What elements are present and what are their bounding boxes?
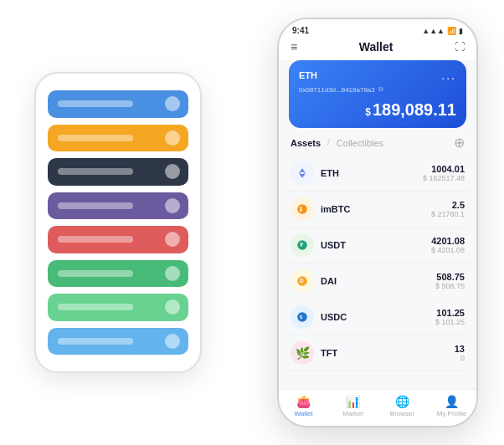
imbtc-icon: ₿ [291, 197, 314, 221]
card-icon [165, 232, 180, 247]
usdc-asset-amount: 101.25 [435, 308, 465, 318]
asset-row-usdt[interactable]: ₮ USDT 4201.08 $ 4201.08 [285, 228, 470, 263]
card-icon [165, 299, 180, 315]
eth-amount: 189,089.11 [373, 100, 456, 119]
asset-name-dai: DAI [321, 276, 435, 286]
browser-nav-icon: 🌐 [395, 395, 409, 408]
eth-asset-amount: 1004.01 [423, 164, 465, 174]
nav-market[interactable]: 📊 Market [328, 395, 378, 417]
card-icon [165, 334, 180, 349]
copy-address-icon[interactable]: ⧉ [378, 85, 383, 94]
assets-header: Assets / Collectibles ⊕ [279, 135, 476, 156]
usdc-icon: $ [291, 305, 314, 329]
card-label [58, 304, 133, 310]
card-icon [165, 266, 180, 281]
asset-name-usdt: USDT [321, 240, 431, 250]
asset-values-imbtc: 2.5 $ 21760.1 [431, 200, 465, 218]
svg-marker-1 [299, 168, 302, 173]
asset-row-dai[interactable]: D DAI 508.75 $ 508.75 [285, 263, 470, 299]
market-nav-icon: 📊 [346, 395, 360, 408]
front-phone: 9:41 ▲▲▲ 📶 ▮ ≡ Wallet ⛶ ETH ... 0x08711d… [277, 18, 478, 427]
eth-card-options[interactable]: ... [441, 69, 456, 82]
eth-wallet-card[interactable]: ETH ... 0x08711d3d...8418a78a3 ⧉ $189,08… [289, 60, 466, 128]
phone-header: ≡ Wallet ⛶ [279, 35, 476, 60]
eth-asset-usd: $ 162517.48 [423, 174, 465, 182]
add-asset-button[interactable]: ⊕ [454, 135, 465, 151]
card-label [58, 338, 133, 345]
asset-row-imbtc[interactable]: ₿ imBTC 2.5 $ 21760.1 [285, 192, 470, 228]
imbtc-asset-amount: 2.5 [431, 200, 465, 210]
wallet-nav-label: Wallet [295, 410, 313, 417]
wallet-nav-icon: 👛 [296, 395, 311, 408]
card-7[interactable] [48, 294, 188, 321]
bottom-nav: 👛 Wallet 📊 Market 🌐 Browser 👤 My Profile [279, 389, 476, 426]
usdt-asset-amount: 4201.08 [431, 236, 465, 246]
dollar-sign: $ [365, 106, 371, 118]
status-icons: ▲▲▲ 📶 ▮ [422, 27, 463, 35]
dai-asset-amount: 508.75 [435, 272, 465, 282]
nav-wallet[interactable]: 👛 Wallet [279, 395, 328, 417]
scan-button[interactable]: ⛶ [455, 41, 465, 53]
tab-assets[interactable]: Assets [291, 138, 321, 148]
asset-values-tft: 13 0 [455, 344, 465, 362]
eth-card-label: ETH [299, 70, 317, 80]
imbtc-asset-usd: $ 21760.1 [431, 210, 465, 218]
tft-asset-amount: 13 [455, 344, 465, 354]
card-icon [165, 96, 180, 111]
tft-icon: 🌿 [291, 341, 314, 365]
asset-row-tft[interactable]: 🌿 TFT 13 0 [285, 335, 470, 371]
svg-text:D: D [300, 278, 304, 284]
usdt-icon: ₮ [291, 233, 314, 257]
dai-icon: D [291, 269, 314, 293]
svg-marker-3 [299, 173, 302, 178]
asset-values-dai: 508.75 $ 508.75 [435, 272, 465, 290]
card-icon [165, 164, 180, 179]
browser-nav-label: Browser [390, 410, 414, 417]
profile-nav-icon: 👤 [445, 395, 459, 408]
asset-row-eth[interactable]: ETH 1004.01 $ 162517.48 [285, 156, 470, 192]
signal-icon: ▲▲▲ [422, 27, 445, 35]
card-1[interactable] [48, 90, 188, 118]
assets-tabs: Assets / Collectibles [291, 138, 383, 148]
wifi-icon: 📶 [447, 27, 456, 35]
back-phone [34, 72, 202, 373]
card-5[interactable] [48, 226, 188, 253]
card-label [58, 168, 133, 175]
eth-card-top: ETH ... [299, 69, 456, 82]
card-label [58, 236, 133, 243]
profile-nav-label: My Profile [437, 410, 467, 417]
battery-icon: ▮ [459, 27, 463, 35]
asset-values-eth: 1004.01 $ 162517.48 [423, 164, 465, 182]
scene: 9:41 ▲▲▲ 📶 ▮ ≡ Wallet ⛶ ETH ... 0x08711d… [18, 13, 486, 432]
tab-collectibles[interactable]: Collectibles [337, 138, 383, 148]
asset-values-usdt: 4201.08 $ 4201.08 [431, 236, 465, 254]
card-6[interactable] [48, 260, 188, 288]
tft-asset-usd: 0 [455, 354, 465, 362]
card-2[interactable] [48, 125, 188, 152]
menu-button[interactable]: ≡ [291, 40, 297, 54]
card-icon [165, 130, 180, 146]
svg-text:₿: ₿ [299, 206, 302, 212]
asset-name-usdc: USDC [321, 312, 435, 322]
usdc-asset-usd: $ 101.25 [435, 318, 465, 326]
card-3[interactable] [48, 158, 188, 186]
svg-marker-0 [302, 168, 306, 173]
nav-profile[interactable]: 👤 My Profile [427, 395, 476, 417]
dai-asset-usd: $ 508.75 [435, 282, 465, 290]
usdt-asset-usd: $ 4201.08 [431, 246, 465, 254]
status-time: 9:41 [292, 26, 309, 35]
card-4[interactable] [48, 192, 188, 220]
asset-values-usdc: 101.25 $ 101.25 [435, 308, 465, 326]
svg-text:₮: ₮ [300, 243, 303, 248]
card-label [58, 135, 133, 141]
svg-point-4 [297, 204, 307, 214]
card-label [58, 202, 133, 209]
tab-separator: / [327, 138, 330, 147]
assets-list: ETH 1004.01 $ 162517.48 ₿ imBTC 2.5 $ 21… [279, 156, 476, 389]
asset-name-imbtc: imBTC [321, 204, 431, 214]
card-8[interactable] [48, 328, 188, 355]
asset-name-eth: ETH [321, 168, 423, 178]
asset-row-usdc[interactable]: $ USDC 101.25 $ 101.25 [285, 299, 470, 335]
nav-browser[interactable]: 🌐 Browser [378, 395, 427, 417]
svg-marker-2 [302, 173, 306, 178]
